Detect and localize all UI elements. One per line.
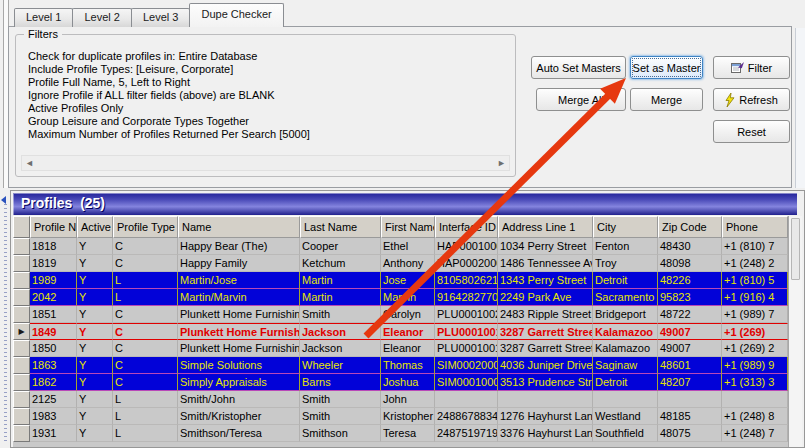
cell-zip[interactable] [658,391,722,408]
cell-first_name[interactable]: Eleanor [381,340,435,357]
cell-phone[interactable]: +1 (313) 3 [722,374,788,391]
cell-last_name[interactable]: Martin [300,272,381,289]
row-indicator-cell[interactable]: ▶ [13,323,30,340]
cell-last_name[interactable]: Smithson [300,425,381,442]
cell-profile_type[interactable]: L [113,289,178,306]
cell-name[interactable]: Simply Appraisals [178,374,300,391]
cell-interface_id[interactable]: PLU0001001 [435,340,498,357]
cell-phone[interactable]: +1 (269) 2 [722,340,788,357]
set-as-master-button[interactable]: Set as Master [630,56,703,79]
cell-city[interactable]: Bridgeport [593,306,658,323]
cell-zip[interactable]: 48226 [658,272,722,289]
cell-phone[interactable]: +1 (810) 7 [722,238,788,255]
cell-interface_id[interactable]: 9164282770 [435,289,498,306]
cell-first_name[interactable]: Eleanor [381,323,435,340]
cell-zip[interactable]: 48722 [658,306,722,323]
cell-phone[interactable]: +1 (248) 8 [722,408,788,425]
column-header-address-line-1[interactable]: Address Line 1 [498,216,593,238]
cell-phone[interactable]: +1 (248) 2 [722,255,788,272]
cell-active[interactable]: Y [77,306,113,323]
grid-vertical-scrollbar[interactable] [788,216,802,447]
cell-interface_id[interactable]: SIM0001000 [435,374,498,391]
column-header-interface-id[interactable]: Interface ID [435,216,498,238]
cell-interface_id[interactable]: 2488678834 [435,408,498,425]
cell-city[interactable]: Saginaw [593,357,658,374]
cell-active[interactable]: Y [77,289,113,306]
cell-address[interactable]: 3513 Prudence Street [498,374,593,391]
cell-last_name[interactable]: Ketchum [300,255,381,272]
table-row[interactable]: 1851YCPlunkett Home FurnishingsSmithCaro… [13,306,788,323]
cell-address[interactable]: 3287 Garrett Street [498,340,593,357]
refresh-button[interactable]: Refresh [713,88,790,111]
cell-zip[interactable]: 49007 [658,323,722,340]
cell-active[interactable]: Y [77,340,113,357]
cell-profile_type[interactable]: C [113,340,178,357]
cell-profile_no[interactable]: 1849 [30,323,77,340]
table-row[interactable]: 1850YCPlunkett Home FurnishingsJacksonEl… [13,340,788,357]
table-row[interactable]: 1863YCSimple SolutionsWheelerThomasSIM00… [13,357,788,374]
cell-city[interactable]: Southfield [593,425,658,442]
cell-profile_type[interactable]: C [113,238,178,255]
column-header-name[interactable]: Name [178,216,300,238]
cell-last_name[interactable]: Smith [300,306,381,323]
row-indicator-cell[interactable] [13,408,30,425]
cell-last_name[interactable]: Smith [300,391,381,408]
row-indicator-cell[interactable] [13,306,30,323]
cell-first_name[interactable]: Jose [381,272,435,289]
cell-zip[interactable]: 48075 [658,425,722,442]
cell-profile_no[interactable]: 1850 [30,340,77,357]
cell-last_name[interactable]: Cooper [300,238,381,255]
cell-phone[interactable]: +1 (269) [722,323,788,340]
cell-profile_type[interactable]: C [113,255,178,272]
cell-first_name[interactable]: Kristopher [381,408,435,425]
cell-zip[interactable]: 48207 [658,374,722,391]
cell-city[interactable]: Troy [593,255,658,272]
merge-all-button[interactable]: Merge All [536,88,626,111]
cell-profile_no[interactable]: 1989 [30,272,77,289]
cell-active[interactable]: Y [77,374,113,391]
cell-first_name[interactable]: John [381,391,435,408]
cell-phone[interactable]: +1 (810) 5 [722,272,788,289]
cell-last_name[interactable]: Martin [300,289,381,306]
cell-city[interactable]: Detroit [593,272,658,289]
table-row[interactable]: 2042YLMartin/MarvinMartinMarvin916428277… [13,289,788,306]
cell-zip[interactable]: 48601 [658,357,722,374]
row-indicator-cell[interactable] [13,391,30,408]
table-row[interactable]: 1931YLSmithson/TeresaSmithsonTeresa24875… [13,425,788,442]
row-indicator-cell[interactable] [13,255,30,272]
cell-phone[interactable]: +1 (989) 9 [722,357,788,374]
scroll-right-arrow-icon[interactable]: ► [497,157,506,170]
cell-active[interactable]: Y [77,323,113,340]
scroll-left-arrow-icon[interactable]: ◄ [25,157,34,170]
cell-zip[interactable]: 48185 [658,408,722,425]
cell-last_name[interactable]: Jackson [300,340,381,357]
cell-active[interactable]: Y [77,272,113,289]
auto-set-masters-button[interactable]: Auto Set Masters [531,56,626,79]
cell-active[interactable]: Y [77,238,113,255]
cell-first_name[interactable]: Anthony [381,255,435,272]
cell-city[interactable]: Kalamazoo [593,340,658,357]
row-indicator-cell[interactable] [13,357,30,374]
reset-button[interactable]: Reset [713,120,790,143]
cell-interface_id[interactable] [435,391,498,408]
cell-zip[interactable]: 49007 [658,340,722,357]
table-row[interactable]: 1862YCSimply AppraisalsBarnsJoshuaSIM000… [13,374,788,391]
cell-interface_id[interactable]: PLU0001001 [435,323,498,340]
cell-zip[interactable]: 48098 [658,255,722,272]
cell-profile_type[interactable]: C [113,323,178,340]
row-indicator-cell[interactable] [13,425,30,442]
panel-splitter[interactable] [0,190,10,448]
cell-last_name[interactable]: Jackson [300,323,381,340]
cell-name[interactable]: Smith/Kristopher [178,408,300,425]
column-header-last-name[interactable]: Last Name [300,216,381,238]
cell-active[interactable]: Y [77,357,113,374]
column-header-phone[interactable]: Phone [722,216,788,238]
cell-zip[interactable]: 48430 [658,238,722,255]
cell-profile_type[interactable]: L [113,408,178,425]
cell-address[interactable] [498,391,593,408]
cell-interface_id[interactable]: HAP0002000 [435,255,498,272]
cell-last_name[interactable]: Barns [300,374,381,391]
cell-profile_type[interactable]: C [113,306,178,323]
tab-dupe-checker[interactable]: Dupe Checker [189,3,283,27]
cell-name[interactable]: Plunkett Home Furnishings [178,340,300,357]
